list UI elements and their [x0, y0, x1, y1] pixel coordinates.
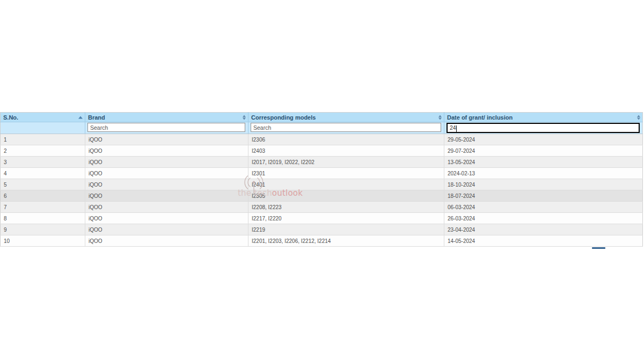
table-cell: 14-05-2024 [444, 235, 643, 247]
table-cell: 29-07-2024 [444, 145, 643, 157]
models-filter-box [248, 123, 444, 134]
table-cell: I2208, I2223 [248, 202, 444, 213]
table-cell: iQOO [85, 134, 248, 145]
table-row: 3iQOOI2017, I2019, I2022, I220213-05-202… [1, 157, 643, 168]
table-row: 4iQOOI23012024-02-13 [1, 168, 643, 179]
table-row: 7iQOOI2208, I222306-03-2024 [1, 202, 643, 213]
table-row: 8iQOOI2217, I222026-03-2024 [1, 213, 643, 224]
table-cell: 13-05-2024 [444, 157, 643, 168]
table-cell: 18-10-2024 [444, 179, 643, 190]
column-header-models[interactable]: Corresponding models [248, 113, 444, 122]
table-cell: I2301 [248, 168, 444, 179]
filter-cell-brand [85, 122, 248, 134]
table-cell: 10 [1, 235, 85, 247]
table-row: 5iQOOI240118-10-2024 [1, 179, 643, 190]
column-header-date[interactable]: Date of grant/ inclusion [444, 113, 643, 122]
table-cell: 18-07-2024 [444, 190, 643, 202]
table-cell: I2403 [248, 145, 444, 157]
table-cell: I2017, I2019, I2022, I2202 [248, 157, 444, 168]
table-cell: I2306 [248, 134, 444, 145]
sort-both-icon [243, 115, 246, 120]
date-filter-box [444, 123, 642, 134]
table-row: 1iQOOI230629-05-2024 [1, 134, 643, 145]
column-header-brand[interactable]: Brand [85, 113, 248, 122]
table-cell: 29-05-2024 [444, 134, 643, 145]
models-table-container: S.No. Brand Corresponding models Date of… [0, 112, 642, 247]
column-header-models-label: Corresponding models [251, 114, 316, 121]
column-header-date-label: Date of grant/ inclusion [447, 114, 513, 121]
table-cell: 1 [1, 134, 85, 145]
filter-cell-sno [1, 122, 85, 134]
table-row: 10iQOOI2201, I2203, I2206, I2212, I22141… [1, 235, 643, 247]
table-body: 1iQOOI230629-05-20242iQOOI240329-07-2024… [1, 134, 643, 247]
brand-filter-box [85, 123, 248, 134]
filter-cell-models [248, 122, 444, 134]
table-cell: iQOO [85, 168, 248, 179]
column-header-sno-label: S.No. [3, 114, 18, 121]
date-search-input[interactable] [447, 123, 640, 133]
table-filter-row [1, 122, 643, 134]
table-cell: 4 [1, 168, 85, 179]
table-cell: 26-03-2024 [444, 213, 643, 224]
column-header-brand-label: Brand [88, 114, 105, 121]
models-table: S.No. Brand Corresponding models Date of… [0, 112, 643, 247]
table-cell: 7 [1, 202, 85, 213]
table-cell: I2305 [248, 190, 444, 202]
text-cursor [456, 125, 457, 132]
brand-search-input[interactable] [87, 123, 245, 132]
table-cell: 6 [1, 190, 85, 202]
table-cell: 2 [1, 145, 85, 157]
column-header-sno[interactable]: S.No. [1, 113, 85, 122]
table-row: 2iQOOI240329-07-2024 [1, 145, 643, 157]
table-cell: 5 [1, 179, 85, 190]
table-cell: 9 [1, 224, 85, 235]
table-cell: 8 [1, 213, 85, 224]
table-cell: iQOO [85, 157, 248, 168]
table-cell: iQOO [85, 213, 248, 224]
sort-both-icon [637, 115, 640, 120]
sort-both-icon [438, 115, 442, 120]
table-cell: iQOO [85, 179, 248, 190]
table-cell: I2217, I2220 [248, 213, 444, 224]
table-cell: iQOO [85, 190, 248, 202]
filter-cell-date [444, 122, 643, 134]
models-search-input[interactable] [251, 123, 441, 132]
table-header-row: S.No. Brand Corresponding models Date of… [1, 113, 643, 122]
table-row: 9iQOOI221923-04-2024 [1, 224, 643, 235]
table-row: 6iQOOI230518-07-2024 [1, 190, 643, 202]
page: S.No. Brand Corresponding models Date of… [0, 0, 644, 362]
table-cell: I2201, I2203, I2206, I2212, I2214 [248, 235, 444, 247]
table-cell: iQOO [85, 202, 248, 213]
table-cell: 2024-02-13 [444, 168, 643, 179]
table-cell: I2401 [248, 179, 444, 190]
table-cell: iQOO [85, 145, 248, 157]
table-cell: 23-04-2024 [444, 224, 643, 235]
table-cell: I2219 [248, 224, 444, 235]
table-cell: 06-03-2024 [444, 202, 643, 213]
table-cell: 3 [1, 157, 85, 168]
pagination-fragment[interactable] [592, 247, 605, 249]
table-cell: iQOO [85, 224, 248, 235]
table-cell: iQOO [85, 235, 248, 247]
sort-ascending-icon [78, 116, 83, 119]
